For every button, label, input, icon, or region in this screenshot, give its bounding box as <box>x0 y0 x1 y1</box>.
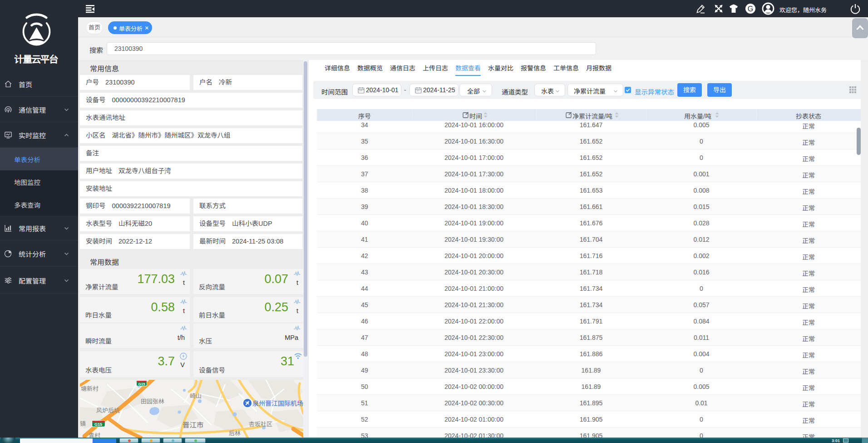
svg-text:杏坂社区: 杏坂社区 <box>249 421 272 428</box>
svg-text:塘新村: 塘新村 <box>81 385 99 392</box>
svg-text:G15: G15 <box>94 422 102 427</box>
svg-text:G: G <box>748 5 753 13</box>
svg-text:后林: 后林 <box>229 430 241 437</box>
svg-text:泉州晋江国际机场: 泉州晋江国际机场 <box>252 400 303 407</box>
svg-text:镇: 镇 <box>80 420 86 427</box>
svg-text:晋江市: 晋江市 <box>182 421 204 429</box>
svg-text:G15: G15 <box>138 382 145 386</box>
svg-text:田园张林: 田园张林 <box>141 398 164 405</box>
svg-text:崎山: 崎山 <box>190 393 202 399</box>
svg-text:青村: 青村 <box>89 432 100 438</box>
svg-text:风炉后坑: 风炉后坑 <box>96 407 120 414</box>
